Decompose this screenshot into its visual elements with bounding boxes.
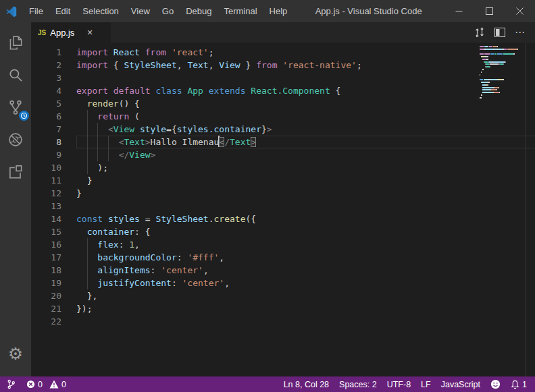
git-branch-indicator[interactable]: [7, 379, 16, 389]
open-changes-icon[interactable]: [474, 27, 485, 38]
language-mode-indicator[interactable]: JavaScript: [441, 380, 480, 389]
menu-help[interactable]: Help: [263, 0, 294, 22]
search-icon: [7, 66, 24, 84]
close-button[interactable]: [505, 0, 535, 22]
code-line[interactable]: 12}: [31, 187, 535, 200]
line-number[interactable]: 6: [31, 110, 76, 123]
line-number[interactable]: 21: [31, 302, 76, 315]
maximize-button[interactable]: [474, 0, 505, 22]
indent-guide: [87, 264, 88, 277]
code-editor[interactable]: 1import React from 'react';2import { Sty…: [31, 43, 535, 376]
line-number[interactable]: 2: [31, 59, 76, 72]
line-content: );: [76, 161, 535, 174]
code-line[interactable]: 9 </View>: [31, 148, 535, 161]
line-number[interactable]: 9: [31, 148, 76, 161]
code-line[interactable]: 15 container: {: [31, 225, 535, 238]
vscode-logo-icon: [0, 5, 23, 18]
tab-appjs[interactable]: JS App.js ✕: [31, 22, 111, 43]
smiley-icon: [490, 379, 501, 389]
activity-explorer[interactable]: [0, 26, 31, 59]
code-line[interactable]: 8 <Text>Hallo Ilmenau</Text>: [31, 136, 535, 148]
minimap[interactable]: [480, 45, 526, 102]
menu-file[interactable]: File: [23, 0, 49, 22]
code-line[interactable]: 6 return (: [31, 110, 535, 123]
indent-guide: [87, 277, 88, 289]
code-line[interactable]: 3: [31, 72, 535, 84]
indent-guide: [87, 251, 88, 264]
activity-debug[interactable]: [0, 123, 31, 156]
split-editor-icon[interactable]: [494, 28, 505, 37]
code-line[interactable]: 21});: [31, 302, 535, 315]
title-bar: FileEditSelectionViewGoDebugTerminalHelp…: [0, 0, 535, 22]
line-number[interactable]: 18: [31, 264, 76, 277]
menu-selection[interactable]: Selection: [76, 0, 124, 22]
code-line[interactable]: 10 );: [31, 161, 535, 174]
manage-button[interactable]: ⚙: [0, 337, 31, 370]
menu-terminal[interactable]: Terminal: [218, 0, 263, 22]
extensions-icon: [7, 163, 24, 181]
tab-label: App.js: [50, 28, 74, 38]
line-content: export default class App extends React.C…: [76, 84, 535, 97]
line-number[interactable]: 16: [31, 238, 76, 251]
line-number[interactable]: 5: [31, 97, 76, 110]
scrollbar[interactable]: [526, 43, 535, 376]
debug-no-bug-icon: [7, 131, 24, 148]
gear-icon: ⚙: [8, 345, 23, 362]
line-number[interactable]: 7: [31, 123, 76, 136]
code-line[interactable]: 18 alignItems: 'center',: [31, 264, 535, 277]
code-line[interactable]: 20 },: [31, 289, 535, 302]
more-actions-icon[interactable]: ⋯: [515, 29, 526, 36]
code-line[interactable]: 5 render() {: [31, 97, 535, 110]
javascript-file-icon: JS: [38, 29, 46, 36]
line-number[interactable]: 19: [31, 277, 76, 289]
notifications-indicator[interactable]: 1: [511, 380, 527, 389]
code-line[interactable]: 22: [31, 315, 535, 328]
line-number[interactable]: 13: [31, 200, 76, 213]
menu-debug[interactable]: Debug: [180, 0, 218, 22]
line-number[interactable]: 8: [31, 136, 76, 148]
cursor-position-indicator[interactable]: Ln 8, Col 28: [284, 380, 329, 389]
code-line[interactable]: 16 flex: 1,: [31, 238, 535, 251]
eol-indicator[interactable]: LF: [421, 380, 431, 389]
line-number[interactable]: 1: [31, 46, 76, 59]
tab-close-icon[interactable]: ✕: [86, 28, 93, 37]
line-number[interactable]: 20: [31, 289, 76, 302]
activity-search[interactable]: [0, 59, 31, 91]
line-number[interactable]: 17: [31, 251, 76, 264]
line-number[interactable]: 4: [31, 84, 76, 97]
status-bar: 0 0 Ln 8, Col 28 Spaces: 2 UTF-8 LF Java…: [0, 376, 535, 392]
code-line[interactable]: 19 justifyContent: 'center',: [31, 277, 535, 289]
activity-source-control[interactable]: [0, 91, 31, 123]
code-line[interactable]: 11 }: [31, 174, 535, 187]
activity-extensions[interactable]: [0, 156, 31, 188]
line-number[interactable]: 14: [31, 213, 76, 225]
line-number[interactable]: 15: [31, 225, 76, 238]
indent-guide: [108, 148, 109, 161]
line-content: return (: [76, 110, 535, 123]
indent-guide: [87, 110, 88, 123]
line-content: [76, 200, 535, 213]
error-count: 0: [38, 380, 43, 389]
menu-go[interactable]: Go: [156, 0, 180, 22]
indentation-indicator[interactable]: Spaces: 2: [339, 380, 377, 389]
line-number[interactable]: 12: [31, 187, 76, 200]
code-line[interactable]: 17 backgroundColor: '#fff',: [31, 251, 535, 264]
encoding-indicator[interactable]: UTF-8: [387, 380, 411, 389]
menu-view[interactable]: View: [125, 0, 156, 22]
minimize-button[interactable]: [444, 0, 474, 22]
line-number[interactable]: 11: [31, 174, 76, 187]
code-line[interactable]: 2import { StyleSheet, Text, View } from …: [31, 59, 535, 72]
code-line[interactable]: 7 <View style={styles.container}>: [31, 123, 535, 136]
code-line[interactable]: 1import React from 'react';: [31, 46, 535, 59]
line-number[interactable]: 22: [31, 315, 76, 328]
line-number[interactable]: 10: [31, 161, 76, 174]
problems-indicator[interactable]: 0 0: [26, 380, 66, 389]
indent-guide: [87, 148, 88, 161]
line-number[interactable]: 3: [31, 72, 76, 84]
menu-edit[interactable]: Edit: [49, 0, 76, 22]
code-line[interactable]: 4export default class App extends React.…: [31, 84, 535, 97]
files-icon: [7, 34, 24, 51]
code-line[interactable]: 14const styles = StyleSheet.create({: [31, 213, 535, 225]
code-line[interactable]: 13: [31, 200, 535, 213]
feedback-smiley-button[interactable]: [490, 379, 501, 389]
